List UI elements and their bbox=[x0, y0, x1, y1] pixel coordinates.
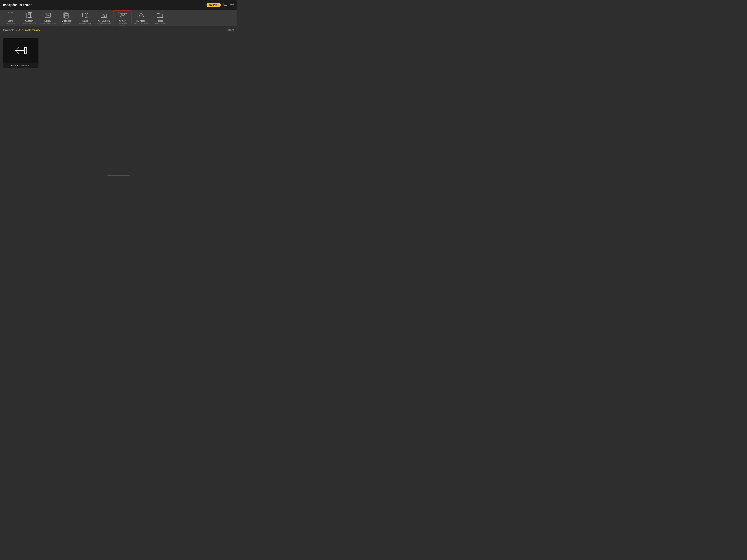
custom-sublabel: Paper Size, Scale bbox=[22, 23, 36, 25]
app-title: morpholio trace bbox=[3, 3, 33, 7]
select-button[interactable]: Select bbox=[225, 28, 234, 32]
join-ar-label: Join AR bbox=[119, 19, 126, 22]
svg-point-8 bbox=[46, 15, 47, 15]
ar-camera-label: AR Camera bbox=[98, 20, 110, 22]
maps-sublabel: Start with a Map bbox=[79, 23, 91, 25]
toolbar-item-folder[interactable]: Folder Create a Folder bbox=[151, 10, 169, 25]
message-icon[interactable] bbox=[223, 2, 228, 7]
app-header: morpholio trace Go Pro! bbox=[0, 0, 237, 10]
folder-sublabel: Create a Folder bbox=[154, 23, 166, 25]
toolbar-item-library[interactable]: Library Photos, Cloud Drives bbox=[39, 10, 57, 25]
main-content: Back to "Projects" bbox=[0, 34, 237, 72]
multipage-sublabel: Import a PDF bbox=[61, 23, 72, 25]
breadcrumb-separator: › bbox=[16, 29, 17, 32]
folder-icon bbox=[156, 11, 164, 19]
maps-icon bbox=[81, 11, 89, 19]
join-ar-sublabel: Find Nearby Sessions bbox=[115, 22, 130, 26]
toolbar-item-3d-model[interactable]: 3D Model Import a 3D Model bbox=[132, 10, 150, 25]
back-to-projects-card[interactable]: Back to "Projects" bbox=[3, 38, 38, 68]
toolbar-item-ar-camera[interactable]: AR AR Camera Perspective Guide bbox=[95, 10, 113, 25]
back-card-label: Back to "Projects" bbox=[11, 62, 30, 68]
toolbar-item-join-ar[interactable]: Discovering Join AR Find Nearby Sessions bbox=[113, 10, 131, 25]
home-indicator bbox=[107, 176, 130, 176]
app-name-light: morpholio bbox=[3, 3, 23, 7]
go-pro-button[interactable]: Go Pro! bbox=[207, 3, 221, 7]
svg-rect-0 bbox=[224, 3, 227, 6]
discovering-badge: Discovering bbox=[118, 12, 127, 15]
ar-camera-sublabel: Perspective Guide bbox=[97, 23, 111, 25]
svg-line-22 bbox=[142, 15, 144, 17]
svg-rect-10 bbox=[65, 14, 68, 18]
toolbar-item-maps[interactable]: Maps Start with a Map bbox=[76, 10, 94, 25]
new-sheet-toolbar: Blank Empty Sheet Custom Paper Size, Sca… bbox=[0, 10, 237, 26]
blank-label: Blank bbox=[8, 20, 13, 22]
breadcrumb-projects[interactable]: Projects bbox=[3, 28, 15, 32]
3d-model-sublabel: Import a 3D Model bbox=[134, 23, 148, 25]
library-sublabel: Photos, Cloud Drives bbox=[40, 23, 56, 25]
header-actions: Go Pro! bbox=[207, 2, 234, 7]
custom-label: Custom bbox=[25, 20, 33, 22]
svg-text:AR: AR bbox=[103, 15, 105, 17]
breadcrumb-current: AR SketchWalk bbox=[18, 28, 40, 32]
svg-marker-20 bbox=[138, 13, 144, 17]
svg-point-1 bbox=[232, 4, 233, 5]
toolbar-item-custom[interactable]: Custom Paper Size, Scale bbox=[20, 10, 38, 25]
multipage-icon bbox=[62, 11, 71, 19]
custom-icon bbox=[25, 11, 33, 19]
toolbar-item-blank[interactable]: Blank Empty Sheet bbox=[1, 10, 20, 25]
blank-sublabel: Empty Sheet bbox=[6, 23, 15, 25]
svg-rect-2 bbox=[8, 13, 13, 18]
library-label: Library bbox=[45, 20, 51, 22]
svg-rect-4 bbox=[28, 12, 32, 17]
3d-model-icon bbox=[137, 11, 145, 19]
toolbar-item-multipage[interactable]: Multipage Import a PDF bbox=[57, 10, 75, 25]
svg-line-21 bbox=[141, 13, 142, 15]
breadcrumb-bar: Projects › AR SketchWalk Select bbox=[0, 26, 237, 34]
maps-label: Maps bbox=[82, 20, 88, 22]
library-icon bbox=[44, 11, 52, 19]
settings-icon[interactable] bbox=[230, 2, 234, 7]
app-name-bold: trace bbox=[23, 3, 32, 7]
back-card-icon-area bbox=[3, 38, 38, 62]
ar-camera-icon: AR bbox=[100, 11, 108, 19]
3d-model-label: 3D Model bbox=[136, 20, 146, 22]
folder-label: Folder bbox=[157, 20, 163, 22]
blank-icon bbox=[6, 11, 15, 19]
multipage-label: Multipage bbox=[61, 20, 71, 22]
